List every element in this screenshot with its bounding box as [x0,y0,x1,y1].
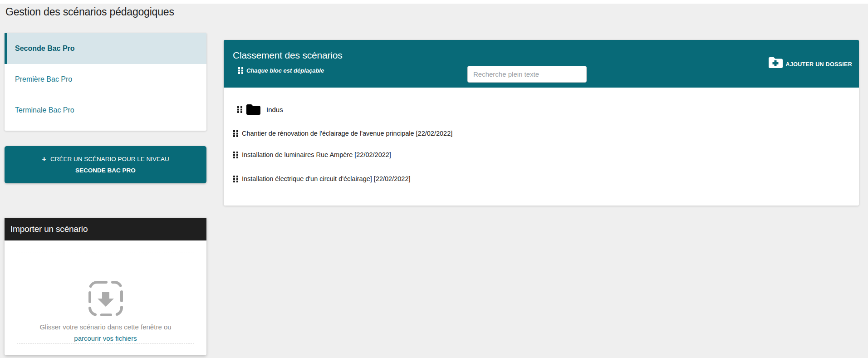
create-scenario-label: CRÉER UN SCÉNARIO POUR LE NIVEAU [50,156,169,162]
drag-hint-text: Chaque bloc est déplaçable [246,67,324,74]
drag-handle-icon [238,67,243,74]
tab-seconde-bac-pro[interactable]: Seconde Bac Pro [5,33,206,64]
folder-plus-icon [768,56,783,69]
scenario-item[interactable]: Chantier de rénovation de l'éclairage de… [233,130,452,137]
add-folder-button[interactable]: AJOUTER UN DOSSIER [768,56,852,69]
tab-label: Terminale Bac Pro [15,106,74,114]
top-strip [0,0,868,4]
scenario-item[interactable]: Installation de luminaires Rue Ampère [2… [233,151,391,158]
panel-title: Classement des scénarios [233,50,342,61]
divider [5,209,206,209]
folder-icon [246,103,261,115]
page-title: Gestion des scénarios pédagogiques [5,6,174,18]
dropzone-text: Glisser votre scénario dans cette fenêtr… [39,323,171,331]
import-title: Importer un scénario [10,224,88,234]
scenario-title: Installation électrique d'un circuit d'é… [242,175,411,182]
drag-handle-icon[interactable] [233,130,238,137]
drag-handle-icon[interactable] [233,176,238,182]
scenario-title: Installation de luminaires Rue Ampère [2… [242,151,391,158]
scenario-item[interactable]: Installation électrique d'un circuit d'é… [233,175,411,182]
level-tabs-card: Seconde Bac Pro Première Bac Pro Termina… [5,33,206,131]
tab-label: Première Bac Pro [15,75,72,83]
drag-hint: Chaque bloc est déplaçable [238,67,324,74]
drag-handle-icon[interactable] [233,152,238,158]
add-folder-label: AJOUTER UN DOSSIER [786,61,852,69]
download-icon [88,280,123,317]
file-dropzone[interactable]: Glisser votre scénario dans cette fenêtr… [17,252,194,344]
search-input[interactable] [467,66,587,83]
scenario-title: Chantier de rénovation de l'éclairage de… [242,130,452,137]
create-scenario-level: SECONDE BAC PRO [75,167,136,174]
folder-row-indus[interactable]: Indus [237,103,283,115]
scenario-classification-panel: Classement des scénarios Chaque bloc est… [224,40,859,206]
tab-label: Seconde Bac Pro [15,44,75,53]
create-scenario-button[interactable]: + CRÉER UN SCÉNARIO POUR LE NIVEAU SECON… [5,146,206,183]
import-scenario-header: Importer un scénario [5,218,206,240]
import-scenario-card: Importer un scénario Glisser votre scéna… [5,218,206,355]
drag-handle-icon[interactable] [237,106,242,113]
tab-premiere-bac-pro[interactable]: Première Bac Pro [5,64,206,95]
plus-icon: + [42,155,46,163]
browse-files-link[interactable]: parcourir vos fichiers [74,334,137,342]
panel-header: Classement des scénarios Chaque bloc est… [224,40,859,88]
folder-name: Indus [266,106,283,113]
tab-terminale-bac-pro[interactable]: Terminale Bac Pro [5,95,206,126]
